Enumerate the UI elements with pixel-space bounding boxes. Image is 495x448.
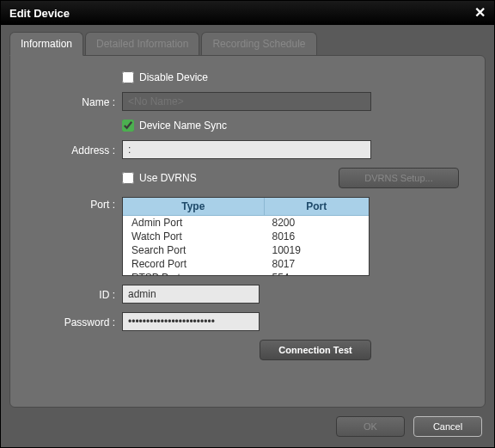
device-name-sync-label: Device Name Sync (139, 120, 227, 132)
port-table-body[interactable]: Admin Port 8200 Watch Port 8016 Search P… (123, 216, 369, 275)
tab-information[interactable]: Information (9, 32, 83, 56)
device-name-sync-checkbox[interactable]: Device Name Sync (122, 120, 227, 132)
port-row-type: RTSP Port (123, 271, 264, 275)
ok-button[interactable]: OK (336, 416, 405, 437)
password-label: Password : (19, 315, 122, 328)
tab-strip: Information Detailed Information Recordi… (9, 32, 486, 56)
table-row[interactable]: Search Port 10019 (123, 243, 369, 257)
dvrns-setup-button[interactable]: DVRNS Setup... (339, 168, 459, 188)
port-table: Type Port Admin Port 8200 Watch Port 801… (122, 197, 370, 276)
port-row-port: 8200 (264, 216, 370, 230)
disable-device-label: Disable Device (139, 71, 208, 83)
dialog-footer: OK Cancel (1, 408, 494, 447)
port-row-type: Record Port (123, 257, 264, 271)
name-input[interactable] (122, 92, 371, 111)
id-input[interactable] (122, 285, 260, 304)
port-header-type[interactable]: Type (123, 198, 265, 215)
use-dvrns-checkbox[interactable]: Use DVRNS (122, 172, 197, 184)
disable-device-input[interactable] (122, 71, 134, 83)
table-row[interactable]: RTSP Port 554 (123, 271, 369, 275)
dialog-title: Edit Device (9, 7, 70, 20)
port-row-port: 554 (264, 271, 370, 275)
table-row[interactable]: Record Port 8017 (123, 257, 369, 271)
port-header-port[interactable]: Port (265, 198, 369, 215)
information-panel: Disable Device Name : Device Name Sync (9, 55, 486, 408)
port-row-port: 8017 (264, 257, 370, 271)
name-label: Name : (19, 95, 122, 108)
connection-test-button[interactable]: Connection Test (260, 340, 371, 360)
edit-device-dialog: Edit Device ✕ Information Detailed Infor… (0, 0, 495, 448)
tab-detailed-information[interactable]: Detailed Information (85, 32, 199, 56)
dialog-body: Information Detailed Information Recordi… (1, 25, 494, 408)
use-dvrns-label: Use DVRNS (139, 172, 197, 184)
port-row-port: 10019 (264, 243, 370, 257)
port-row-port: 8016 (264, 230, 370, 243)
titlebar: Edit Device ✕ (1, 1, 494, 25)
password-input[interactable] (122, 312, 260, 331)
close-icon[interactable]: ✕ (474, 6, 486, 20)
table-row[interactable]: Admin Port 8200 (123, 216, 369, 230)
cancel-button[interactable]: Cancel (413, 416, 482, 437)
port-row-type: Admin Port (123, 216, 264, 230)
use-dvrns-input[interactable] (122, 172, 134, 184)
table-row[interactable]: Watch Port 8016 (123, 230, 369, 243)
address-input[interactable] (122, 140, 371, 159)
disable-device-checkbox[interactable]: Disable Device (122, 71, 208, 83)
device-name-sync-input[interactable] (122, 120, 134, 132)
id-label: ID : (19, 287, 122, 301)
tab-recording-schedule[interactable]: Recording Schedule (201, 32, 316, 56)
port-table-header: Type Port (123, 198, 369, 216)
port-row-type: Search Port (123, 243, 264, 257)
address-label: Address : (19, 143, 122, 156)
port-label: Port : (19, 197, 122, 211)
port-row-type: Watch Port (123, 230, 264, 243)
